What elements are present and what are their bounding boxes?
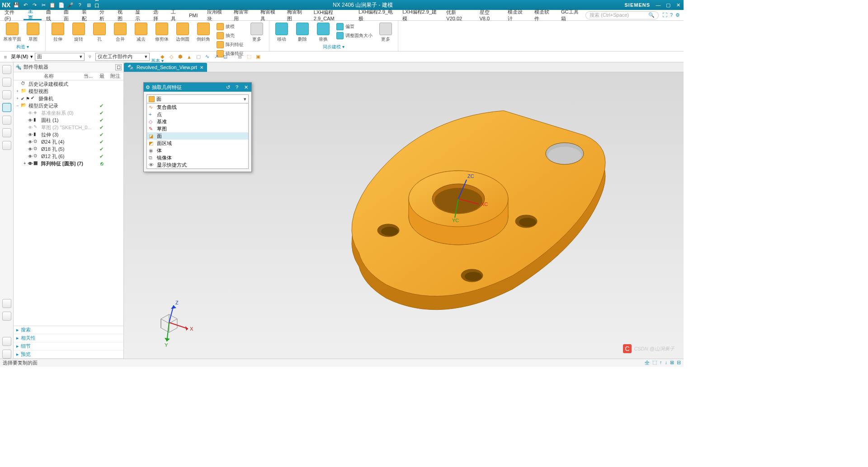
option-面区域[interactable]: ◩面区域 [147, 140, 248, 147]
search-input[interactable]: 搜索 (Ctrl+Space)🔍 [585, 11, 659, 19]
option-复合曲线[interactable]: ∿复合曲线 [147, 103, 248, 111]
dialog-titlebar[interactable]: ⚙ 抽取几何特征 ↺ ? ✕ [144, 83, 251, 92]
menu-2[interactable]: 曲线 [42, 10, 60, 20]
tool-旋转[interactable]: 旋转 [69, 22, 88, 42]
sel-tool-11-icon[interactable]: ▣ [255, 53, 262, 61]
sel-tool-1-icon[interactable]: ◆ [159, 53, 166, 61]
view-triad[interactable]: X Y Z [151, 300, 196, 345]
tree-row-4[interactable]: 👁◈基准坐标系 (0)✔ [14, 109, 123, 117]
menu-21[interactable]: 模圣软件 [530, 10, 557, 20]
menu-0[interactable]: 文件(F) [0, 10, 24, 20]
tree-row-2[interactable]: +✔ ⚑✔摄像机 [14, 95, 123, 102]
menu-icon[interactable]: ≡ [2, 53, 9, 61]
window-menu[interactable]: 窗口▾ [94, 2, 101, 8]
part-model[interactable]: XC YC ZC [314, 95, 630, 330]
rail-history-icon[interactable] [2, 299, 11, 308]
menu-8[interactable]: 选择 [149, 10, 167, 20]
option-面[interactable]: ◪面 [147, 132, 248, 140]
gear-icon[interactable]: ⚙ [146, 84, 150, 90]
tool-删除[interactable]: 删除 [293, 22, 312, 42]
tool-抽壳[interactable]: 抽壳 [215, 32, 245, 40]
menu-20[interactable]: 模圣设计 [503, 10, 530, 20]
menu-7[interactable]: 显示 [131, 10, 149, 20]
option-基准[interactable]: ◇基准 [147, 118, 248, 125]
status-btn-0[interactable]: 全 [645, 360, 650, 366]
pin-icon[interactable]: ◻ [115, 64, 122, 70]
menu-11[interactable]: 应用模块 [203, 10, 229, 20]
tool-边倒圆[interactable]: 边倒圆 [173, 22, 192, 42]
help-icon[interactable]: ? [76, 2, 83, 8]
sel-tool-8-icon[interactable]: ⊡ [222, 53, 229, 61]
tree-row-8[interactable]: 👁⊙Ø24 孔 (4)✔ [14, 138, 123, 145]
filter-icon[interactable]: ▿ [86, 53, 94, 61]
tool-修剪体[interactable]: 修剪体 [152, 22, 171, 42]
help2-icon[interactable]: ? [670, 12, 673, 18]
sel-tool-7-icon[interactable]: ↗ [213, 53, 220, 61]
menu-4[interactable]: 装配 [77, 10, 95, 20]
tool-合并[interactable]: 合并 [111, 22, 130, 42]
tool-拔模[interactable]: 拔模 [215, 23, 245, 31]
col-name[interactable]: 名称 [14, 73, 81, 79]
type-combo[interactable]: 面 ▾ [146, 94, 249, 103]
tool-拉伸[interactable]: 拉伸 [48, 22, 67, 42]
menu-22[interactable]: GC工具箱 [557, 10, 585, 20]
minimize-icon[interactable]: — [655, 2, 662, 8]
scope-combo[interactable]: 仅在工作部件内▾ [95, 53, 150, 61]
option-草图[interactable]: ✎草图 [147, 125, 248, 132]
tree-row-1[interactable]: +📁模型视图 [14, 88, 123, 95]
window-icon[interactable]: ⊞ [85, 2, 92, 8]
tab-close-icon[interactable]: ✕ [200, 65, 203, 70]
status-btn-4[interactable]: ⊞ [670, 360, 674, 366]
menu-15[interactable]: LXH编程2.9_CAM [309, 10, 354, 20]
more-button[interactable]: 更多 [376, 22, 395, 42]
option-显示快捷方式[interactable]: 👁显示快捷方式 [147, 161, 248, 168]
menu-17[interactable]: LXH编程2.9_建模 [398, 10, 442, 20]
option-镜像体[interactable]: ⧉镜像体 [147, 154, 248, 161]
accordion-预览[interactable]: ▸预览 [14, 350, 123, 359]
sel-tool-9-icon[interactable]: ⊞ [236, 53, 244, 61]
col-notes[interactable]: 附注 [108, 73, 122, 79]
mic-icon[interactable]: 🎤 [67, 2, 74, 8]
sel-tool-3-icon[interactable]: ⬢ [177, 53, 184, 61]
col-latest[interactable]: 最 [95, 73, 108, 79]
dialog-help-icon[interactable]: ? [233, 84, 241, 90]
tool-草图[interactable]: 草图 [24, 22, 42, 42]
rail-roles-icon[interactable] [2, 312, 11, 321]
document-tab[interactable]: 🔩 Revolved_Section_View.prt ✕ [124, 63, 207, 72]
rail-part-nav-icon[interactable] [2, 103, 11, 112]
menu-6[interactable]: 视图 [113, 10, 131, 20]
option-点[interactable]: +点 [147, 111, 248, 118]
tool-调整圆角大小[interactable]: 调整圆角大小 [335, 32, 374, 40]
rail-constraint-icon[interactable] [2, 78, 11, 87]
rail-reuse-icon[interactable] [2, 116, 11, 125]
accordion-搜索[interactable]: ▸搜索 [14, 326, 123, 334]
status-btn-5[interactable]: ⊟ [677, 360, 681, 366]
menu-5[interactable]: 分析 [95, 10, 113, 20]
option-体[interactable]: ◉体 [147, 147, 248, 154]
rail-hd3d-icon[interactable] [2, 128, 11, 137]
menu-14[interactable]: 梅雷制图 [283, 10, 309, 20]
dialog-reset-icon[interactable]: ↺ [224, 84, 231, 90]
sel-tool-5-icon[interactable]: ▢ [195, 53, 202, 61]
tool-偏置[interactable]: 偏置 [335, 23, 374, 31]
settings-icon[interactable]: ⚙ [675, 12, 680, 18]
menu-10[interactable]: PMI [184, 10, 203, 20]
tree-row-9[interactable]: 👁⊙Ø18 孔 (5)✔ [14, 145, 123, 153]
menu-label[interactable]: 菜单(M) [11, 53, 28, 60]
dialog-close-icon[interactable]: ✕ [242, 84, 250, 90]
rail-assembly-icon[interactable] [2, 65, 11, 74]
col-current[interactable]: 当... [81, 73, 95, 79]
filter-type-combo[interactable]: 面▾ [35, 53, 85, 61]
accordion-相关性[interactable]: ▸相关性 [14, 334, 123, 342]
tool-减去[interactable]: 减去 [132, 22, 151, 42]
menu-13[interactable]: 梅雷模具 [256, 10, 283, 20]
fullscreen-icon[interactable]: ⛶ [662, 12, 667, 18]
sel-tool-6-icon[interactable]: ∿ [204, 53, 211, 61]
tree-row-11[interactable]: +👁▦阵列特征 [圆形] (7)⎋ [14, 160, 123, 167]
status-btn-1[interactable]: ⬚ [652, 360, 657, 366]
paste-icon[interactable]: 📄 [58, 2, 65, 8]
tool-移动[interactable]: 移动 [272, 22, 291, 42]
tree-row-6[interactable]: 👁✎草图 (2) "SKETCH_0...✔ [14, 124, 123, 131]
menu-19[interactable]: 星空 V8.0 [475, 10, 503, 20]
menu-16[interactable]: LXH编程2.9_电极 [354, 10, 398, 20]
